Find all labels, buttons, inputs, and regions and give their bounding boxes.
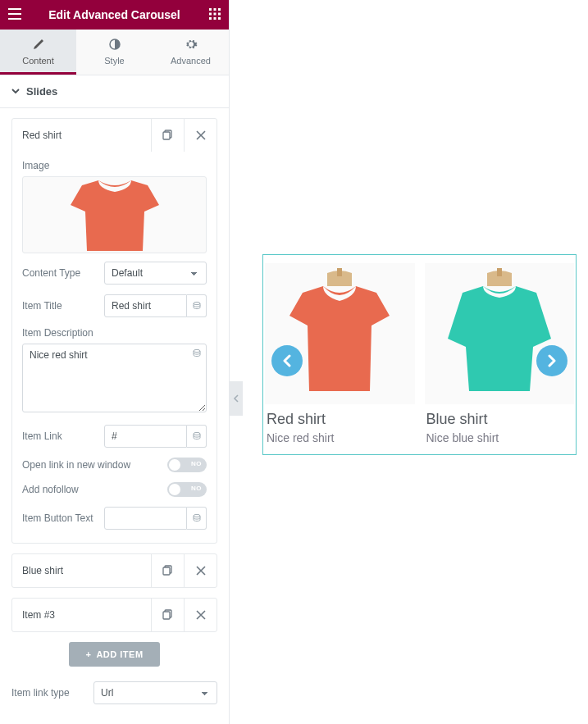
remove-button[interactable] — [184, 599, 217, 631]
toggle-knob — [169, 459, 180, 471]
panel-body: Red shirt Image — [0, 108, 229, 724]
tab-advanced[interactable]: Advanced — [153, 30, 229, 75]
slide-image — [265, 263, 415, 404]
add-item-label: ADD ITEM — [96, 649, 143, 659]
svg-rect-7 — [214, 17, 217, 20]
svg-rect-19 — [163, 612, 170, 619]
svg-point-15 — [194, 514, 200, 517]
section-toggle-slides[interactable]: Slides — [0, 75, 229, 108]
item-link-input[interactable] — [104, 425, 187, 448]
slide-description: Nice blue shirt — [425, 431, 575, 444]
add-item-button[interactable]: +ADD ITEM — [69, 642, 159, 667]
dynamic-tags-button[interactable] — [192, 348, 202, 361]
duplicate-button[interactable] — [151, 599, 184, 631]
item-link-type-select[interactable]: Url — [93, 681, 217, 704]
slide-title: Red shirt — [265, 411, 415, 428]
dynamic-tags-button[interactable] — [187, 507, 207, 530]
section-title: Slides — [26, 85, 57, 98]
carousel-track: Red shirt Nice red shirt Blue shirt Nice… — [263, 263, 576, 444]
gear-icon — [153, 38, 229, 52]
item-button-text-input[interactable] — [104, 507, 187, 530]
repeater-item: Item #3 — [11, 598, 217, 632]
pencil-icon — [0, 38, 76, 52]
field-label: Image — [22, 160, 207, 171]
caret-down-icon — [11, 86, 20, 98]
panel-title: Edit Advanced Carousel — [25, 8, 204, 21]
plus-icon: + — [85, 649, 91, 659]
panel-header: Edit Advanced Carousel — [0, 0, 229, 30]
repeater-item-toggle[interactable]: Red shirt — [12, 119, 151, 152]
svg-rect-6 — [209, 17, 212, 20]
tab-label: Content — [22, 56, 54, 66]
svg-rect-1 — [214, 8, 217, 11]
add-nofollow-toggle[interactable]: NO — [167, 482, 207, 497]
field-label: Item Title — [22, 300, 104, 312]
remove-button[interactable] — [184, 554, 217, 587]
slide-title: Blue shirt — [425, 411, 575, 428]
item-description-textarea[interactable] — [22, 344, 207, 412]
duplicate-button[interactable] — [151, 554, 184, 587]
tab-label: Advanced — [171, 56, 211, 66]
dynamic-tags-button[interactable] — [187, 425, 207, 448]
svg-point-12 — [194, 302, 200, 304]
duplicate-button[interactable] — [151, 119, 184, 152]
panel-tabs: Content Style Advanced — [0, 30, 229, 75]
svg-rect-11 — [163, 132, 170, 139]
slide-description: Nice red shirt — [265, 431, 415, 444]
repeater-item: Blue shirt — [11, 553, 217, 588]
item-title-input[interactable] — [104, 294, 187, 317]
image-thumbnail — [49, 177, 180, 253]
repeater-item-body: Image Content Type Default — [12, 152, 217, 543]
svg-rect-3 — [209, 12, 212, 15]
apps-grid-button[interactable] — [204, 8, 221, 22]
svg-rect-20 — [337, 268, 342, 276]
tab-content[interactable]: Content — [0, 30, 76, 75]
preview-area: Red shirt Nice red shirt Blue shirt Nice… — [230, 0, 588, 724]
repeater-item-header: Blue shirt — [12, 554, 217, 587]
toggle-state-label: NO — [191, 485, 202, 492]
svg-rect-17 — [163, 567, 170, 575]
chevron-left-icon — [282, 354, 292, 367]
svg-point-14 — [194, 432, 200, 435]
field-label: Content Type — [22, 267, 104, 279]
chevron-right-icon — [547, 354, 557, 367]
repeater-item-header: Red shirt — [12, 119, 217, 152]
svg-rect-21 — [497, 268, 502, 276]
tab-style[interactable]: Style — [76, 30, 153, 75]
svg-rect-8 — [218, 17, 221, 20]
svg-rect-5 — [218, 12, 221, 15]
dynamic-tags-button[interactable] — [187, 294, 207, 317]
image-picker[interactable] — [22, 176, 207, 253]
field-label: Item Link — [22, 430, 104, 442]
carousel-next-button[interactable] — [536, 345, 567, 376]
field-label: Add nofollow — [22, 484, 167, 495]
field-label: Item Description — [22, 327, 207, 339]
open-new-window-toggle[interactable]: NO — [167, 458, 207, 472]
svg-rect-0 — [209, 8, 212, 11]
collapse-panel-button[interactable] — [230, 381, 243, 416]
hamburger-menu-button[interactable] — [8, 8, 25, 22]
field-label: Item Button Text — [22, 512, 104, 524]
repeater-item-toggle[interactable]: Blue shirt — [12, 554, 151, 587]
remove-button[interactable] — [184, 119, 217, 152]
repeater-item: Red shirt Image — [11, 118, 217, 544]
svg-rect-4 — [214, 12, 217, 15]
slide-image — [425, 263, 575, 404]
tab-label: Style — [104, 56, 124, 66]
carousel-prev-button[interactable] — [271, 345, 303, 376]
field-label: Item link type — [11, 687, 93, 699]
repeater-item-toggle[interactable]: Item #3 — [12, 599, 151, 631]
contrast-icon — [76, 38, 153, 52]
toggle-knob — [169, 484, 180, 495]
carousel-widget[interactable]: Red shirt Nice red shirt Blue shirt Nice… — [262, 254, 577, 455]
field-label: Open link in new window — [22, 459, 167, 471]
content-type-select[interactable]: Default — [104, 262, 207, 285]
toggle-state-label: NO — [191, 460, 202, 467]
editor-panel: Edit Advanced Carousel Content Style — [0, 0, 230, 724]
svg-point-13 — [194, 349, 200, 352]
svg-rect-2 — [218, 8, 221, 11]
repeater-item-header: Item #3 — [12, 599, 217, 631]
